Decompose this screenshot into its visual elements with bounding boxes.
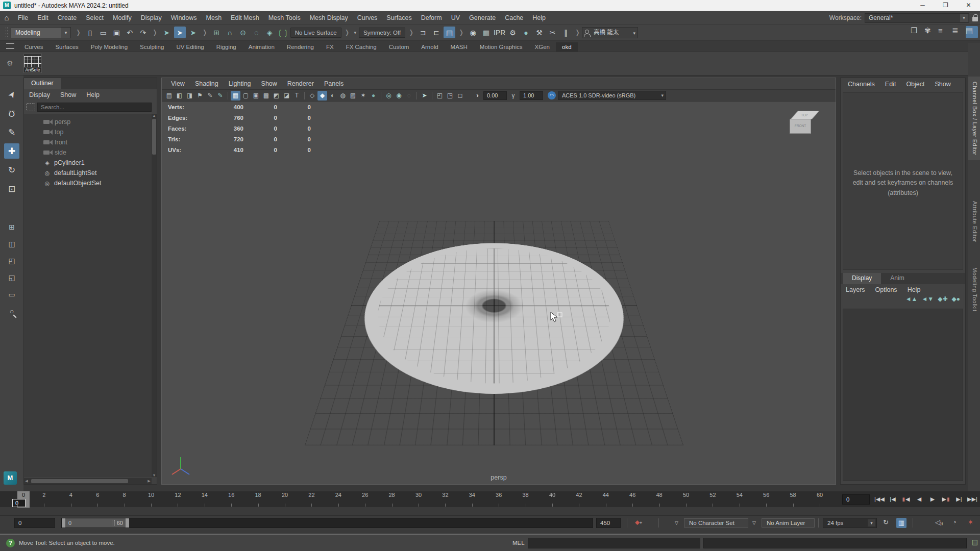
four-view-layout-button[interactable]: ⊞ [5, 220, 18, 234]
outliner-node-side[interactable]: side [24, 147, 152, 158]
chevron-down-icon[interactable]: ▽ [752, 520, 756, 525]
grease-pencil-frames-button[interactable]: ✎ [215, 91, 225, 101]
avatar[interactable]: M [4, 471, 17, 485]
viewport-camera-attributes-button[interactable]: ▤ [164, 91, 174, 101]
close-button[interactable]: ✕ [957, 0, 980, 11]
paint-selection-tool-button[interactable]: ✎ [4, 124, 19, 140]
select-by-hierarchy-button[interactable]: ➤ [161, 27, 173, 38]
isolate-remove-button[interactable]: ◌ [404, 91, 414, 101]
outliner-node-pCylinder1[interactable]: ◈pCylinder1 [24, 158, 152, 168]
open-scene-button[interactable]: ▭ [97, 27, 109, 38]
menu-item[interactable]: Edit [33, 11, 53, 24]
launch-render-button[interactable]: ✂ [547, 27, 558, 38]
menu-item[interactable]: Modify [108, 11, 136, 24]
anim-layer-select[interactable]: No Anim Layer [762, 518, 815, 528]
user-account-select[interactable]: 高橋 龍太 ▾ [582, 27, 638, 38]
time-editor-icon[interactable]: ▥ [896, 518, 906, 528]
exposure-field[interactable]: 0.00 [483, 91, 507, 100]
shelf-tab-motion-graphics[interactable]: Motion Graphics [474, 42, 529, 52]
menu-item[interactable]: Help [528, 11, 550, 24]
menu-set-select[interactable]: Modeling ▾ [11, 27, 71, 38]
outliner-vertical-scrollbar[interactable]: ▲ ▼ [152, 114, 157, 477]
save-scene-button[interactable]: ▣ [111, 27, 122, 38]
rotate-tool-button[interactable]: ↻ [4, 162, 19, 178]
snap-to-curve-button[interactable]: ∩ [224, 27, 236, 38]
shelf-tab-poly-modeling[interactable]: Poly Modeling [85, 42, 134, 52]
loop-playback-icon[interactable]: ↻ [883, 518, 889, 526]
view-cube[interactable]: TOP FRONT [790, 111, 818, 143]
render-button[interactable]: ◉ [467, 27, 479, 38]
snap-together-button[interactable]: ◰ [435, 91, 445, 101]
shelf-tab-mash[interactable]: MASH [445, 42, 474, 52]
layer-editor-menu[interactable]: Options [870, 286, 902, 293]
live-surface-button[interactable]: ❲❳ [277, 27, 289, 38]
shelf-item-arisele[interactable]: AriSele [23, 54, 42, 73]
minimize-button[interactable]: ─ [911, 0, 934, 11]
add-camera-bookmark-button[interactable]: ◨ [185, 91, 194, 101]
snap-to-projected-center-button[interactable]: ◌ [251, 27, 262, 38]
menu-item[interactable]: Display [136, 11, 166, 24]
toggle-channel-box-button[interactable]: ≡ [938, 26, 950, 38]
scroll-right-icon[interactable]: ▶ [146, 479, 152, 483]
script-editor-icon[interactable]: ▤ [972, 538, 978, 546]
menu-item[interactable]: Curves [353, 11, 382, 24]
textured-placement-button[interactable]: T [292, 91, 302, 101]
lock-workspace-icon[interactable] [972, 17, 978, 21]
shaded-wireframe-button[interactable]: ▣ [251, 91, 261, 101]
toggle-character-button[interactable]: ✾ [924, 26, 937, 38]
zoom-tool-button[interactable]: ○ [5, 305, 18, 318]
evaluation-mode-icon[interactable]: ✶ [968, 518, 973, 526]
step-forward-frame-button[interactable]: ▶| [952, 492, 966, 506]
symmetry-arrow[interactable]: ▾ [353, 30, 357, 35]
shelf-tab-fx-caching[interactable]: FX Caching [340, 42, 383, 52]
step-forward-key-button[interactable]: ▶▮ [939, 492, 952, 506]
channel-box-menu[interactable]: Show [930, 81, 956, 88]
help-icon[interactable]: ? [6, 539, 15, 547]
go-to-end-button[interactable]: ▶▶| [966, 492, 979, 506]
home-icon[interactable]: ⌂ [0, 13, 13, 22]
snap-to-grid-button[interactable]: ⊞ [211, 27, 223, 38]
search-input[interactable] [37, 103, 152, 112]
animation-end-field[interactable]: 450 [596, 518, 621, 528]
polygon-disc-mesh[interactable] [340, 243, 648, 394]
render-setup-button[interactable]: ⚒ [533, 27, 545, 38]
sidebar-tab-attribute-editor[interactable]: Attribute Editor [968, 196, 980, 247]
viewport-menu[interactable]: Shading [190, 80, 224, 87]
viewport-menu[interactable]: Show [256, 80, 282, 87]
grease-pencil-button[interactable]: ✎ [205, 91, 215, 101]
set-key-icon[interactable]: ⬥+ [635, 518, 642, 527]
channel-box-menu[interactable]: Edit [880, 81, 901, 88]
scale-tool-button[interactable]: ⊡ [4, 181, 19, 196]
sidebar-tab-channel-box-layer-editor[interactable]: Channel Box / Layer Editor [968, 77, 980, 160]
play-forwards-button[interactable]: ▶ [926, 492, 939, 506]
undo-button[interactable]: ↶ [124, 27, 136, 38]
menu-item[interactable]: File [13, 11, 33, 24]
graph-layout-button[interactable]: ◱ [5, 271, 18, 284]
shelf-tab-rendering[interactable]: Rendering [281, 42, 320, 52]
timeline-ruler[interactable]: 0024681012141618202224262830323436384042… [0, 491, 838, 508]
play-backwards-button[interactable]: ◀ [913, 492, 926, 506]
exposure-icon[interactable]: ◑ [472, 91, 482, 101]
shelf-tab-rigging[interactable]: Rigging [210, 42, 242, 52]
redo-button[interactable]: ↷ [137, 27, 149, 38]
select-tool-button[interactable]: ➤ [2, 84, 22, 105]
wire-on-shaded-button[interactable]: ◐ [328, 91, 337, 101]
colorspace-select[interactable]: ACES 1.0 SDR-video (sRGB) ▾ [558, 91, 666, 100]
wireframe-display-button[interactable]: ▦ [231, 91, 240, 101]
channel-box-menu[interactable]: Channels [843, 81, 880, 88]
shelf-tab-sculpting[interactable]: Sculpting [134, 42, 170, 52]
make-live-button[interactable]: ◈ [264, 27, 276, 38]
menu-item[interactable]: Mesh [202, 11, 227, 24]
shelf-tab-curves[interactable]: Curves [18, 42, 49, 52]
anim-snapshot-icon[interactable]: ◔ [952, 518, 957, 526]
channel-box-menu[interactable]: Object [901, 81, 929, 88]
output-connections-button[interactable]: ⊏ [430, 27, 442, 38]
render-settings-button[interactable]: ⚙ [507, 27, 519, 38]
shadows-button[interactable]: ◪ [282, 91, 291, 101]
sidebar-tab-modeling-toolkit[interactable]: Modeling Toolkit [968, 262, 980, 317]
workspace-select[interactable]: General* ▾ [865, 13, 969, 23]
scrollbar-thumb[interactable] [31, 479, 128, 483]
playback-range[interactable]: 0 60 [62, 518, 129, 528]
scroll-down-icon[interactable]: ▼ [152, 473, 157, 477]
outliner-node-top[interactable]: top [24, 127, 152, 137]
